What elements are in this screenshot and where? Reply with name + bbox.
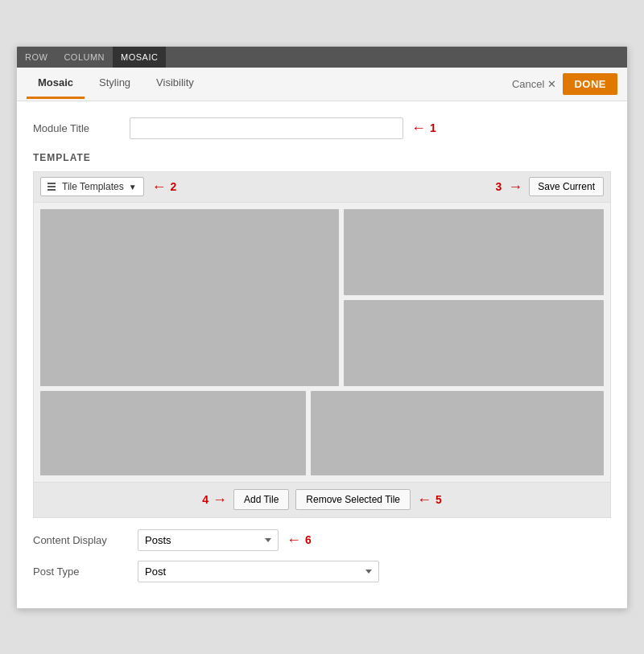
- content-display-row: Content Display Posts Pages Custom ← 6: [33, 529, 611, 551]
- annotation-6: 6: [305, 533, 312, 546]
- done-button[interactable]: DONE: [563, 73, 617, 95]
- content-display-select[interactable]: Posts Pages Custom: [138, 529, 279, 551]
- annotation-1: 1: [430, 121, 436, 134]
- tile-templates-dropdown[interactable]: Tile Templates ▼: [40, 177, 144, 196]
- breadcrumb-column[interactable]: COLUMN: [56, 47, 113, 68]
- tile-grid: [34, 203, 610, 482]
- breadcrumb-mosaic[interactable]: MOSAIC: [113, 47, 166, 68]
- tile-row-bottom: [40, 391, 604, 475]
- post-type-label: Post Type: [33, 566, 138, 578]
- arrow2-icon: ←: [152, 179, 167, 195]
- tab-mosaic[interactable]: Mosaic: [27, 68, 85, 99]
- tile-bottom-right[interactable]: [311, 391, 604, 475]
- breadcrumb-row[interactable]: ROW: [17, 47, 56, 68]
- arrow3-icon: →: [508, 179, 522, 195]
- content-display-label: Content Display: [33, 534, 138, 546]
- chevron-down-icon: ▼: [129, 183, 137, 191]
- annotation-2: 2: [171, 180, 177, 193]
- content-area: Module Title ← 1 TEMPLATE Tile Templates…: [17, 101, 627, 608]
- tile-large-left[interactable]: [40, 209, 339, 386]
- annotation-5: 5: [436, 493, 442, 506]
- add-tile-button[interactable]: Add Tile: [233, 489, 289, 510]
- tile-bottom-left[interactable]: [40, 391, 306, 475]
- tab-bar-actions: Cancel ✕ DONE: [512, 73, 617, 95]
- annotation-4: 4: [202, 493, 208, 506]
- close-icon: ✕: [547, 78, 556, 90]
- template-toolbar: Tile Templates ▼ ← 2 3 → Save Current: [34, 172, 610, 203]
- module-title-label: Module Title: [33, 122, 130, 134]
- tile-right-top[interactable]: [344, 209, 604, 295]
- arrow5-icon: ←: [417, 492, 431, 508]
- arrow6-icon: ←: [287, 532, 301, 549]
- settings-area: Content Display Posts Pages Custom ← 6 P…: [33, 529, 611, 582]
- post-type-select[interactable]: Post Page Custom Post Type: [138, 561, 379, 582]
- module-title-row: Module Title ← 1: [33, 117, 611, 139]
- save-current-button[interactable]: Save Current: [529, 177, 604, 196]
- post-type-row: Post Type Post Page Custom Post Type: [33, 561, 611, 582]
- template-toolbar-right: 3 → Save Current: [496, 177, 605, 196]
- template-section-title: TEMPLATE: [33, 152, 611, 163]
- tab-visibility[interactable]: Visibility: [145, 68, 205, 99]
- main-panel: ROW COLUMN MOSAIC Mosaic Styling Visibil…: [16, 46, 628, 609]
- tab-bar: Mosaic Styling Visibility Cancel ✕ DONE: [17, 68, 627, 101]
- annotation-3: 3: [496, 180, 502, 193]
- arrow1-icon: ←: [411, 120, 426, 137]
- cancel-button[interactable]: Cancel ✕: [512, 78, 556, 90]
- template-bottom-bar: 4 → Add Tile Remove Selected Tile ← 5: [34, 482, 610, 517]
- arrow4-icon: →: [213, 492, 227, 508]
- module-title-input[interactable]: [130, 117, 403, 139]
- tile-row-top: [40, 209, 604, 386]
- breadcrumb-bar: ROW COLUMN MOSAIC: [17, 47, 627, 68]
- tab-styling[interactable]: Styling: [88, 68, 142, 99]
- grid-icon: [47, 183, 56, 191]
- tile-right-column: [344, 209, 604, 386]
- template-container: Tile Templates ▼ ← 2 3 → Save Current: [33, 171, 611, 518]
- tile-right-bottom[interactable]: [344, 300, 604, 386]
- remove-tile-button[interactable]: Remove Selected Tile: [295, 489, 411, 510]
